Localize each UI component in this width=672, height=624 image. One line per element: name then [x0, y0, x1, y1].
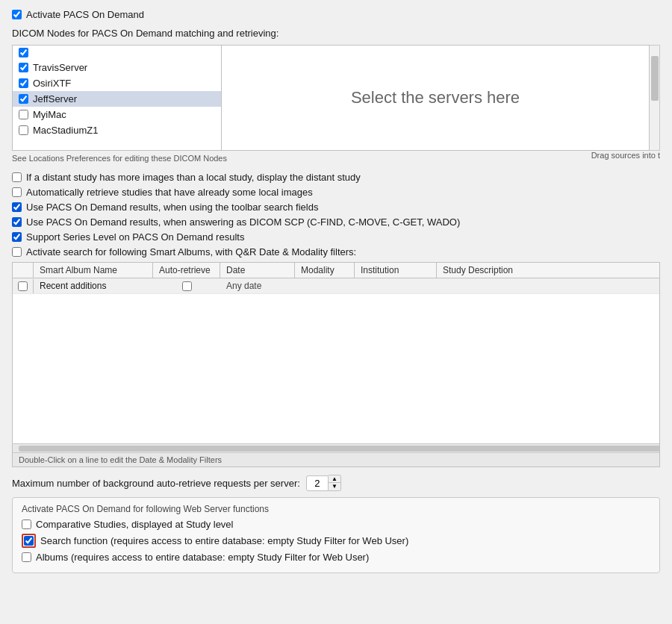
server-item-2[interactable]: TravisServer — [13, 60, 221, 75]
activate-pacs-checkbox[interactable] — [12, 10, 22, 19]
server-checkbox-1[interactable] — [19, 48, 28, 57]
max-requests-spinner: 2 ▲ ▼ — [306, 475, 341, 491]
row-date-cell: Any date — [220, 278, 295, 293]
server-item-3[interactable]: OsiriXTF — [13, 75, 221, 91]
spinner-buttons: ▲ ▼ — [329, 475, 341, 491]
server-checkbox-3[interactable] — [19, 78, 28, 88]
col-header-auto: Auto-retrieve — [153, 263, 220, 278]
option-row-6: Activate search for following Smart Albu… — [12, 246, 660, 258]
ws-checkbox-1[interactable] — [22, 520, 31, 529]
option-label-3: Use PACS On Demand results, when using t… — [26, 202, 318, 213]
col-header-check — [13, 263, 34, 278]
server-name-5: MyiMac — [33, 109, 66, 120]
server-checkbox-6[interactable] — [19, 125, 28, 135]
servers-layout: TravisServer OsiriXTF JeffServer MyiMac … — [12, 45, 660, 151]
smart-albums-section: Smart Album Name Auto-retrieve Date Moda… — [12, 262, 660, 467]
server-checkbox-5[interactable] — [19, 110, 28, 119]
ws-label-1: Comparative Studies, displayed at Study … — [36, 519, 233, 530]
scrollbar-thumb — [651, 56, 659, 101]
server-name-3: OsiriXTF — [33, 78, 71, 89]
max-requests-label: Maximum number of background auto-retrie… — [12, 478, 300, 489]
server-placeholder-text: Select the servers here — [222, 46, 649, 150]
activate-pacs-row: Activate PACS On Demand — [12, 9, 660, 20]
col-header-name: Smart Album Name — [34, 263, 153, 278]
table-empty-area — [13, 294, 659, 443]
option-row-3: Use PACS On Demand results, when using t… — [12, 202, 660, 213]
option-row-2: Automatically retrieve studies that have… — [12, 187, 660, 198]
row-modality-cell — [295, 284, 355, 288]
ws-option-row-1: Comparative Studies, displayed at Study … — [22, 519, 650, 530]
option-label-5: Support Series Level on PACS On Demand r… — [26, 231, 244, 243]
ws-checkbox-2[interactable] — [24, 536, 34, 546]
col-header-modality: Modality — [295, 263, 355, 278]
servers-list: TravisServer OsiriXTF JeffServer MyiMac … — [12, 45, 221, 151]
option-row-4: Use PACS On Demand results, when answeri… — [12, 216, 660, 228]
smart-albums-table: Smart Album Name Auto-retrieve Date Moda… — [12, 262, 660, 467]
row-studydesc-cell — [437, 284, 659, 288]
option-label-4: Use PACS On Demand results, when answeri… — [26, 216, 460, 228]
row-auto-checkbox[interactable] — [182, 281, 192, 291]
ws-checkbox-3[interactable] — [22, 552, 31, 562]
server-checkbox-4[interactable] — [19, 94, 28, 104]
row-name-cell: Recent additions — [34, 278, 153, 293]
main-container: Activate PACS On Demand DICOM Nodes for … — [12, 9, 660, 573]
option-checkbox-4[interactable] — [12, 217, 22, 227]
ws-option-row-2: Search function (requires access to enti… — [22, 534, 650, 548]
table-scrollbar-thumb — [19, 446, 660, 452]
servers-scrollbar[interactable] — [650, 45, 660, 151]
option-checkbox-5[interactable] — [12, 232, 22, 242]
max-requests-input[interactable]: 2 — [306, 475, 329, 491]
row-checkbox-cell — [13, 279, 34, 293]
drag-note: Drag sources into t — [591, 151, 660, 164]
col-header-date: Date — [220, 263, 295, 278]
option-checkbox-1[interactable] — [12, 172, 22, 182]
option-checkbox-3[interactable] — [12, 202, 22, 212]
option-row-5: Support Series Level on PACS On Demand r… — [12, 231, 660, 243]
dicom-nodes-title: DICOM Nodes for PACS On Demand matching … — [12, 28, 660, 39]
option-label-6: Activate search for following Smart Albu… — [26, 246, 356, 258]
server-item-1[interactable] — [13, 46, 221, 60]
option-checkbox-2[interactable] — [12, 187, 22, 197]
notes-row: See Locations Preferences for editing th… — [12, 151, 660, 164]
max-requests-row: Maximum number of background auto-retrie… — [12, 475, 660, 491]
spinner-down-button[interactable]: ▼ — [329, 483, 340, 490]
row-checkbox-1[interactable] — [18, 281, 28, 291]
web-server-group: Activate PACS On Demand for following We… — [12, 497, 660, 573]
activate-pacs-label: Activate PACS On Demand — [26, 9, 144, 20]
table-header: Smart Album Name Auto-retrieve Date Moda… — [13, 263, 659, 278]
option-row-1: If a distant study has more images than … — [12, 172, 660, 183]
server-right-panel: Select the servers here — [221, 45, 650, 151]
server-name-6: MacStadiumZ1 — [33, 125, 98, 136]
spinner-up-button[interactable]: ▲ — [329, 475, 340, 483]
ws-label-3: Albums (requires access to entire databa… — [36, 552, 369, 563]
server-checkbox-2[interactable] — [19, 63, 28, 72]
server-item-5[interactable]: MyiMac — [13, 107, 221, 122]
row-auto-cell — [153, 279, 220, 293]
server-item-4[interactable]: JeffServer — [13, 91, 221, 107]
server-name-4: JeffServer — [33, 93, 77, 104]
table-footer: Double-Click on a line to edit the Date … — [13, 452, 659, 467]
col-header-institution: Institution — [355, 263, 437, 278]
ws-label-2: Search function (requires access to enti… — [40, 535, 408, 546]
option-checkbox-6[interactable] — [12, 247, 22, 257]
server-name-2: TravisServer — [33, 62, 87, 73]
option-label-2: Automatically retrieve studies that have… — [26, 187, 313, 198]
col-header-studydesc: Study Description — [437, 263, 659, 278]
server-item-6[interactable]: MacStadiumZ1 — [13, 122, 221, 138]
locations-note: See Locations Preferences for editing th… — [12, 154, 227, 163]
web-server-title: Activate PACS On Demand for following We… — [22, 504, 650, 514]
table-scrollbar-h[interactable] — [13, 443, 659, 452]
ws-checkbox-highlight — [22, 534, 36, 548]
table-row[interactable]: Recent additions Any date — [13, 278, 659, 294]
option-label-1: If a distant study has more images than … — [26, 172, 361, 183]
row-institution-cell — [355, 284, 437, 288]
ws-option-row-3: Albums (requires access to entire databa… — [22, 552, 650, 563]
